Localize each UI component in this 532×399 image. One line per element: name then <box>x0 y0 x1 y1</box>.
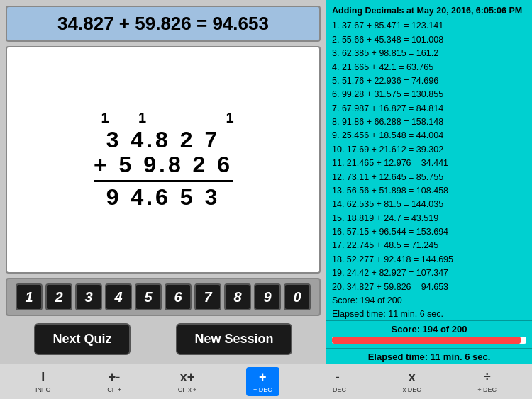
toolbar-btn---dec[interactable]: -- DEC <box>321 367 353 396</box>
problem-item: 6. 99.28 + 31.575 = 130.855 <box>332 88 526 101</box>
work-area: 1 1 1 3 4.8 2 7 + 5 9.8 2 6 9 4.6 5 3 <box>6 46 321 274</box>
addend-row: + 5 9.8 2 6 <box>94 152 233 182</box>
left-panel: 34.827 + 59.826 = 94.653 1 1 1 3 4.8 2 7… <box>0 0 326 364</box>
right-panel: Adding Decimals at May 20, 2016, 6:05:06… <box>326 0 532 364</box>
problem-item: 13. 56.56 + 51.898 = 108.458 <box>332 184 526 198</box>
toolbar-btn-cf-+[interactable]: +-CF + <box>100 367 128 396</box>
toolbar-icon-0: I <box>41 370 45 385</box>
score-bar-fill <box>332 337 521 344</box>
toolbar-label-1: CF + <box>107 386 121 393</box>
toolbar-label-0: INFO <box>35 386 51 393</box>
problem-item: 5. 51.76 + 22.936 = 74.696 <box>332 74 526 88</box>
toolbar-icon-4: - <box>336 370 340 385</box>
toolbar-icon-5: x <box>409 370 416 385</box>
number-buttons: 1234567890 <box>6 278 321 316</box>
problem-item: 17. 22.745 + 48.5 = 71.245 <box>332 239 526 252</box>
num-btn-2[interactable]: 2 <box>45 283 72 310</box>
problem-item: Elapsed time: 11 min. 6 sec. <box>332 308 526 320</box>
score-label: Score: 194 of 200 <box>332 324 526 335</box>
toolbar-btn-cf-x-÷[interactable]: x+CF x ÷ <box>171 367 204 396</box>
problem-item: 10. 17.69 + 21.612 = 39.302 <box>332 143 526 157</box>
problem-item: 2. 55.66 + 45.348 = 101.008 <box>332 33 526 47</box>
problem-item: 15. 18.819 + 24.7 = 43.519 <box>332 212 526 225</box>
num-btn-8[interactable]: 8 <box>224 283 251 310</box>
toolbar-icon-6: ÷ <box>484 370 491 385</box>
problem-item: 14. 62.535 + 81.5 = 144.035 <box>332 198 526 211</box>
num-btn-9[interactable]: 9 <box>254 283 281 310</box>
new-session-button[interactable]: New Session <box>176 323 292 355</box>
problem-item: 3. 62.385 + 98.815 = 161.2 <box>332 47 526 60</box>
problem-item: 19. 24.42 + 82.927 = 107.347 <box>332 266 526 280</box>
problem-item: 18. 52.277 + 92.418 = 144.695 <box>332 253 526 266</box>
num-btn-3[interactable]: 3 <box>75 283 102 310</box>
num-btn-1[interactable]: 1 <box>16 283 43 310</box>
problem-item: 20. 34.827 + 59.826 = 94.653 <box>332 281 526 294</box>
toolbar-btn-info[interactable]: IINFO <box>28 367 58 396</box>
toolbar-icon-2: x+ <box>180 370 195 385</box>
result-row: 9 4.6 5 3 <box>106 185 221 210</box>
num-btn-6[interactable]: 6 <box>165 283 192 310</box>
carry-row: 1 1 1 <box>79 110 246 126</box>
num-btn-0[interactable]: 0 <box>284 283 311 310</box>
session-title: Adding Decimals at May 20, 2016, 6:05:06… <box>332 4 526 18</box>
problem-item: 7. 67.987 + 16.827 = 84.814 <box>332 102 526 116</box>
toolbar-btn-+-dec[interactable]: ++ DEC <box>246 367 279 396</box>
toolbar-label-5: x DEC <box>403 386 421 393</box>
toolbar-icon-3: + <box>259 370 267 385</box>
toolbar-label-6: ÷ DEC <box>478 386 497 393</box>
toolbar-label-3: + DEC <box>253 386 272 393</box>
toolbar-label-2: CF x ÷ <box>178 386 196 393</box>
session-log: Adding Decimals at May 20, 2016, 6:05:06… <box>326 0 532 320</box>
num-btn-4[interactable]: 4 <box>105 283 132 310</box>
bottom-toolbar: IINFO+-CF +x+CF x ÷++ DEC-- DECxx DEC÷÷ … <box>0 364 532 399</box>
elapsed-label: Elapsed time: 11 min. 6 sec. <box>326 348 532 364</box>
top-number-row: 3 4.8 2 7 <box>106 128 221 152</box>
score-bar-bg <box>332 337 526 344</box>
toolbar-icon-1: +- <box>109 370 121 385</box>
problem-item: 4. 21.665 + 42.1 = 63.765 <box>332 61 526 74</box>
toolbar-label-4: - DEC <box>328 386 346 393</box>
session-problems: 1. 37.67 + 85.471 = 123.1412. 55.66 + 45… <box>332 19 526 320</box>
action-buttons: Next Quiz New Session <box>6 320 321 358</box>
next-quiz-button[interactable]: Next Quiz <box>34 323 130 355</box>
toolbar-btn-x-dec[interactable]: xx DEC <box>396 367 428 396</box>
problem-item: 9. 25.456 + 18.548 = 44.004 <box>332 129 526 142</box>
equation-header: 34.827 + 59.826 = 94.653 <box>6 6 321 42</box>
toolbar-btn-÷-dec[interactable]: ÷÷ DEC <box>471 367 504 396</box>
score-bar-area: Score: 194 of 200 <box>326 320 532 347</box>
problem-item: Score: 194 of 200 <box>332 294 526 308</box>
problem-item: 12. 73.11 + 12.645 = 85.755 <box>332 171 526 184</box>
num-btn-7[interactable]: 7 <box>194 283 221 310</box>
problem-item: 16. 57.15 + 96.544 = 153.694 <box>332 225 526 239</box>
problem-item: 8. 91.86 + 66.288 = 158.148 <box>332 116 526 129</box>
problem-item: 11. 21.465 + 12.976 = 34.441 <box>332 157 526 170</box>
num-btn-5[interactable]: 5 <box>135 283 162 310</box>
main-area: 34.827 + 59.826 = 94.653 1 1 1 3 4.8 2 7… <box>0 0 532 364</box>
problem-item: 1. 37.67 + 85.471 = 123.141 <box>332 19 526 33</box>
equation-text: 34.827 + 59.826 = 94.653 <box>57 13 269 34</box>
